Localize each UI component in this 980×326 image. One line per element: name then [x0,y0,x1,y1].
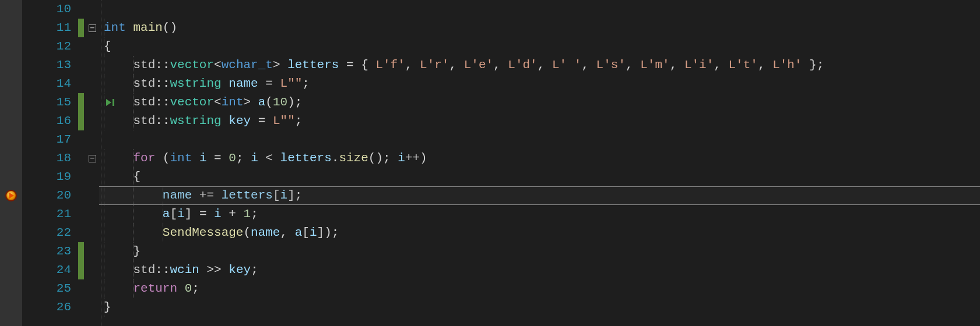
fold-collapse-icon[interactable]: − [89,24,96,32]
code-line[interactable] [104,0,980,19]
change-indicator-gutter [76,0,86,326]
line-number: 20 [22,186,76,205]
line-number: 26 [22,298,76,317]
line-number: 11 [22,19,76,37]
code-line[interactable]: a[i] = i + 1; [104,205,980,224]
change-indicator [78,93,84,130]
line-number: 12 [22,37,76,56]
code-line[interactable]: std::vector<int> a(10); [104,93,980,112]
line-number: 19 [22,168,76,186]
code-line[interactable]: int main() [104,19,980,37]
line-number: 10 [22,0,76,19]
line-number: 23 [22,242,76,261]
fold-gutter: −− [86,0,101,326]
code-line[interactable]: std::wcin >> key; [104,261,980,279]
line-number-gutter: 1011121314151617181920212223242526 [22,0,76,326]
breakpoint-gutter[interactable] [0,0,22,326]
code-area[interactable]: int main(){ std::vector<wchar_t> letters… [101,0,980,326]
line-number: 16 [22,112,76,130]
breakpoint-current-icon[interactable] [5,190,17,201]
code-line[interactable]: { [104,168,980,186]
change-indicator [78,19,84,37]
code-line[interactable]: std::vector<wchar_t> letters = { L'f', L… [104,56,980,75]
code-line[interactable]: } [104,298,980,317]
line-number: 24 [22,261,76,279]
line-number: 13 [22,56,76,75]
line-number: 15 [22,93,76,112]
code-line[interactable]: } [104,242,980,261]
line-number: 21 [22,205,76,224]
code-editor: 1011121314151617181920212223242526 −− in… [0,0,980,326]
line-number: 14 [22,75,76,93]
line-number: 18 [22,149,76,168]
change-indicator [78,242,84,279]
line-number: 22 [22,224,76,242]
line-number: 17 [22,130,76,149]
line-number: 25 [22,279,76,298]
code-line[interactable]: for (int i = 0; i < letters.size(); i++) [104,149,980,168]
code-line[interactable]: name += letters[i]; [104,186,980,205]
code-line[interactable] [104,130,980,149]
fold-collapse-icon[interactable]: − [89,155,96,162]
code-line[interactable]: { [104,37,980,56]
code-line[interactable]: std::wstring name = L""; [104,75,980,93]
code-line[interactable]: std::wstring key = L""; [104,112,980,130]
code-line[interactable]: return 0; [104,279,980,298]
run-to-cursor-icon[interactable] [106,99,114,106]
code-line[interactable]: SendMessage(name, a[i]); [104,224,980,242]
